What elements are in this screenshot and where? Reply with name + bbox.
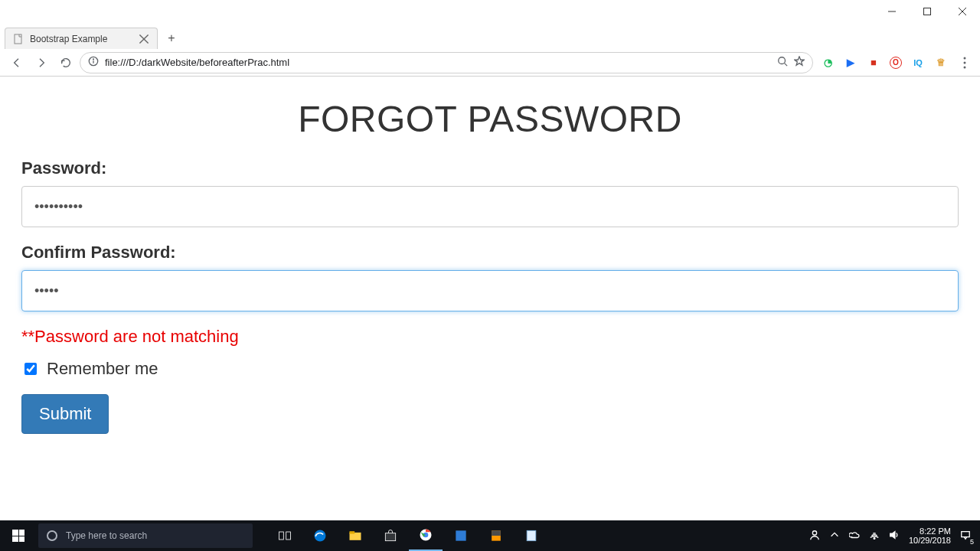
extensions-area: ◔ ▶ ■ O IQ ♕ — [816, 56, 952, 70]
browser-menu-button[interactable] — [956, 57, 974, 69]
window-minimize-button[interactable] — [874, 0, 910, 23]
svg-rect-18 — [286, 532, 291, 540]
address-bar-url: file:///D:/darkWebsite/beforeafterPrac.h… — [105, 57, 771, 68]
svg-marker-12 — [795, 57, 804, 65]
svg-point-9 — [93, 59, 94, 60]
extension-red-icon[interactable]: ■ — [867, 56, 880, 70]
task-view-button[interactable] — [268, 520, 302, 551]
svg-rect-25 — [456, 530, 466, 540]
svg-line-11 — [785, 64, 788, 67]
svg-point-13 — [964, 57, 966, 59]
confirm-password-input[interactable] — [21, 270, 959, 311]
app-blue-icon[interactable] — [444, 520, 478, 551]
svg-marker-31 — [890, 531, 895, 538]
address-bar[interactable]: file:///D:/darkWebsite/beforeafterPrac.h… — [80, 52, 813, 73]
file-explorer-icon[interactable] — [338, 520, 372, 551]
action-center-icon[interactable]: 5 — [960, 530, 971, 543]
taskbar-search[interactable]: Type here to search — [38, 523, 253, 548]
svg-rect-28 — [527, 530, 536, 540]
taskbar-clock[interactable]: 8:22 PM 10/29/2018 — [909, 527, 951, 545]
svg-rect-22 — [385, 533, 395, 541]
page-body: FORGOT PASSWORD Password: Confirm Passwo… — [0, 77, 980, 449]
svg-rect-21 — [350, 531, 355, 533]
svg-rect-1 — [924, 8, 931, 15]
chrome-app-icon[interactable] — [409, 520, 443, 551]
password-mismatch-error: **Password are not matching — [21, 327, 959, 347]
svg-point-29 — [812, 530, 816, 534]
edge-app-icon[interactable] — [303, 520, 337, 551]
svg-point-15 — [964, 66, 966, 68]
extension-opera-icon[interactable]: O — [890, 57, 902, 69]
svg-rect-4 — [15, 34, 21, 44]
windows-logo-icon — [12, 530, 24, 542]
taskbar-search-placeholder: Type here to search — [66, 530, 147, 541]
window-titlebar — [0, 0, 980, 23]
svg-point-16 — [47, 531, 57, 540]
browser-toolbar: file:///D:/darkWebsite/beforeafterPrac.h… — [0, 49, 980, 77]
reload-button[interactable] — [55, 52, 77, 73]
confirm-password-label: Confirm Password: — [21, 243, 959, 262]
tray-onedrive-icon[interactable] — [849, 530, 860, 543]
clock-date: 10/29/2018 — [909, 536, 951, 545]
system-tray: 8:22 PM 10/29/2018 5 — [809, 527, 980, 545]
forward-button[interactable] — [31, 52, 52, 73]
tray-volume-icon[interactable] — [889, 530, 900, 543]
site-info-icon[interactable] — [88, 56, 99, 69]
start-button[interactable] — [0, 520, 37, 551]
notification-badge: 5 — [970, 538, 974, 546]
extension-green-icon[interactable]: ◔ — [821, 56, 835, 70]
tray-chevron-up-icon[interactable] — [829, 530, 840, 543]
bookmark-star-icon[interactable] — [794, 56, 805, 69]
remember-me-checkbox[interactable] — [24, 363, 37, 375]
cortana-circle-icon — [46, 530, 58, 542]
extension-crown-icon[interactable]: ♕ — [934, 56, 948, 70]
sublime-app-icon[interactable] — [479, 520, 513, 551]
extension-blue-icon[interactable]: ▶ — [844, 56, 858, 70]
new-tab-button[interactable]: + — [161, 28, 182, 49]
tab-close-button[interactable] — [139, 34, 149, 44]
submit-button[interactable]: Submit — [21, 394, 109, 434]
windows-taskbar: Type here to search 8:22 PM 10/29/2018 5 — [0, 520, 980, 551]
svg-point-14 — [964, 61, 966, 64]
window-close-button[interactable] — [945, 0, 980, 23]
tray-network-icon[interactable] — [869, 530, 880, 543]
svg-rect-27 — [492, 530, 501, 536]
zoom-icon[interactable] — [777, 56, 788, 69]
clock-time: 8:22 PM — [909, 527, 951, 536]
svg-rect-17 — [279, 532, 284, 540]
remember-me-row: Remember me — [21, 359, 959, 379]
remember-me-label: Remember me — [47, 359, 158, 379]
page-favicon-icon — [13, 34, 24, 44]
notepad-app-icon[interactable] — [514, 520, 548, 551]
page-title: FORGOT PASSWORD — [21, 98, 959, 140]
store-app-icon[interactable] — [374, 520, 407, 551]
taskbar-pins — [268, 520, 548, 551]
browser-tab-title: Bootstrap Example — [30, 34, 132, 44]
tray-people-icon[interactable] — [809, 530, 820, 543]
password-input[interactable] — [21, 186, 959, 227]
password-group: Password: — [21, 158, 959, 227]
svg-point-10 — [779, 57, 786, 64]
svg-point-30 — [874, 537, 875, 539]
back-button[interactable] — [6, 52, 28, 73]
window-maximize-button[interactable] — [910, 0, 945, 23]
password-label: Password: — [21, 158, 959, 178]
extension-iq-icon[interactable]: IQ — [911, 56, 925, 70]
confirm-password-group: Confirm Password: — [21, 243, 959, 311]
browser-tab-active[interactable]: Bootstrap Example — [5, 28, 158, 49]
svg-rect-32 — [962, 531, 970, 536]
browser-tabstrip: Bootstrap Example + — [0, 23, 980, 49]
